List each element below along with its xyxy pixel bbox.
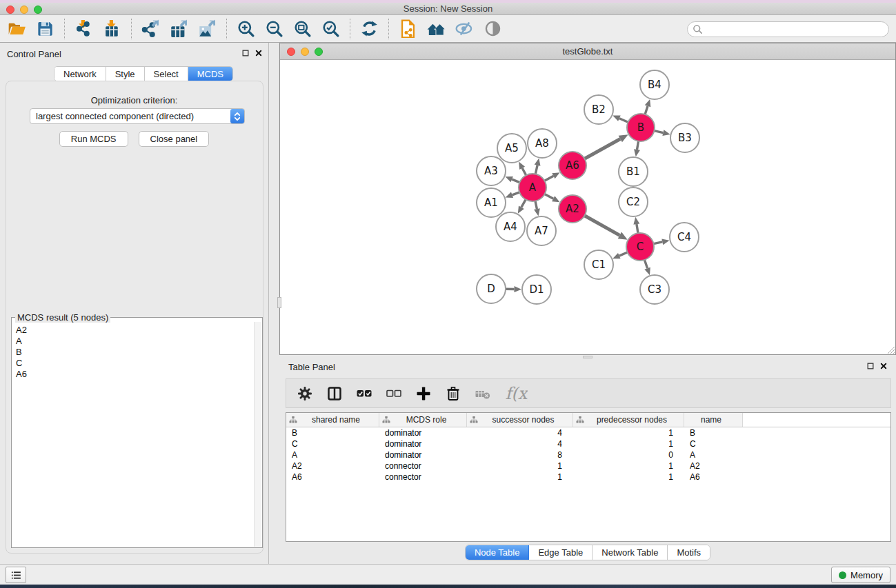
graph-node-A2[interactable]: A2 xyxy=(559,195,586,223)
table-cell[interactable]: 0 xyxy=(573,449,684,460)
table-cell[interactable]: 1 xyxy=(573,460,684,472)
import-table-icon[interactable] xyxy=(98,17,126,41)
table-cell[interactable]: A6 xyxy=(286,472,379,483)
task-history-button[interactable] xyxy=(6,567,26,583)
save-icon[interactable] xyxy=(31,17,59,41)
column-header-MCDS-role[interactable]: MCDS role xyxy=(379,413,467,427)
graph-node-B[interactable]: B xyxy=(627,114,655,141)
close-window-button[interactable] xyxy=(6,6,14,14)
table-cell[interactable]: A2 xyxy=(286,460,379,472)
graph-node-A7[interactable]: A7 xyxy=(527,216,556,245)
graph-node-C4[interactable]: C4 xyxy=(670,223,699,252)
graph-node-C3[interactable]: C3 xyxy=(640,275,669,304)
graph-node-A6[interactable]: A6 xyxy=(559,152,586,179)
table-cell[interactable]: A6 xyxy=(684,472,743,483)
table-cell[interactable]: 1 xyxy=(573,427,684,438)
table-cell[interactable]: 4 xyxy=(467,427,573,438)
tab-network-table[interactable]: Network Table xyxy=(593,545,668,560)
graph-node-B3[interactable]: B3 xyxy=(670,123,699,152)
table-cell[interactable]: connector xyxy=(379,460,467,472)
run-mcds-button[interactable]: Run MCDS xyxy=(59,131,128,147)
gear-icon[interactable] xyxy=(296,385,314,403)
table-cell[interactable]: A2 xyxy=(684,460,743,472)
column-header-name[interactable]: name xyxy=(684,413,743,427)
graph-node-A1[interactable]: A1 xyxy=(477,188,506,217)
float-panel-icon[interactable] xyxy=(866,362,875,370)
export-image-icon[interactable] xyxy=(193,17,221,41)
select-all-icon[interactable] xyxy=(355,385,373,403)
minimize-window-button[interactable] xyxy=(20,6,28,14)
result-item[interactable]: A2 xyxy=(16,325,27,336)
table-cell[interactable]: 4 xyxy=(467,438,573,449)
result-item[interactable]: B xyxy=(16,347,27,358)
minimize-view-button[interactable] xyxy=(301,48,309,56)
result-item[interactable]: A6 xyxy=(16,369,27,380)
table-cell[interactable]: dominator xyxy=(379,427,467,438)
tab-node-table[interactable]: Node Table xyxy=(466,545,530,560)
zoom-view-button[interactable] xyxy=(315,48,323,56)
zoom-in-icon[interactable] xyxy=(232,17,260,41)
table-cell[interactable]: A xyxy=(286,449,379,460)
tab-motifs[interactable]: Motifs xyxy=(668,545,710,560)
export-network-icon[interactable] xyxy=(137,17,165,41)
table-row[interactable]: Bdominator41B xyxy=(286,427,890,438)
tab-edge-table[interactable]: Edge Table xyxy=(529,545,593,560)
open-folder-icon[interactable] xyxy=(3,17,31,41)
column-header-successor-nodes[interactable]: successor nodes xyxy=(467,413,573,427)
close-panel-icon[interactable] xyxy=(879,362,888,370)
table-row[interactable]: A2connector11A2 xyxy=(286,460,890,472)
home-icon[interactable] xyxy=(422,17,450,41)
graph-node-D1[interactable]: D1 xyxy=(522,275,551,304)
network-graph[interactable]: B4 B2 B B3 A5 A8 A6 A3 B1 A A1 C2 A2 A4 … xyxy=(280,60,895,354)
graph-node-C[interactable]: C xyxy=(626,233,654,261)
add-icon[interactable] xyxy=(415,385,432,403)
table-cell[interactable]: 1 xyxy=(467,472,573,483)
network-file-icon[interactable] xyxy=(394,17,422,41)
deselect-all-icon[interactable] xyxy=(385,385,403,403)
graph-node-A5[interactable]: A5 xyxy=(497,134,526,163)
table-cell[interactable]: C xyxy=(684,438,743,449)
resize-grip-icon[interactable] xyxy=(886,345,895,354)
columns-icon[interactable] xyxy=(326,385,344,403)
network-window-titlebar[interactable]: testGlobe.txt xyxy=(280,43,895,60)
graph-node-D[interactable]: D xyxy=(477,274,506,303)
graph-node-C2[interactable]: C2 xyxy=(619,187,648,216)
table-cell[interactable]: C xyxy=(286,438,379,449)
graph-node-C1[interactable]: C1 xyxy=(584,250,613,279)
table-cell[interactable]: A xyxy=(684,449,743,460)
tab-network[interactable]: Network xyxy=(54,67,106,81)
table-cell[interactable]: dominator xyxy=(379,449,467,460)
tab-style[interactable]: Style xyxy=(106,67,145,81)
search-input[interactable] xyxy=(687,21,889,37)
graph-node-A4[interactable]: A4 xyxy=(496,212,525,241)
graph-node-A8[interactable]: A8 xyxy=(528,129,557,158)
table-row[interactable]: Adominator80A xyxy=(286,449,890,460)
tab-select[interactable]: Select xyxy=(145,67,188,81)
table-cell[interactable]: 8 xyxy=(467,449,573,460)
close-view-button[interactable] xyxy=(287,48,295,56)
zoom-selected-icon[interactable] xyxy=(317,17,345,41)
graph-node-B2[interactable]: B2 xyxy=(584,95,613,124)
result-scrollbar[interactable] xyxy=(254,322,261,547)
result-item[interactable]: A xyxy=(16,336,27,347)
import-network-icon[interactable] xyxy=(70,17,98,41)
graph-node-A3[interactable]: A3 xyxy=(477,156,506,185)
table-row[interactable]: A6connector11A6 xyxy=(286,472,890,483)
table-cell[interactable]: 1 xyxy=(573,472,684,483)
network-canvas[interactable]: B4 B2 B B3 A5 A8 A6 A3 B1 A A1 C2 A2 A4 … xyxy=(280,60,895,354)
export-table-icon[interactable] xyxy=(165,17,193,41)
float-panel-icon[interactable] xyxy=(241,49,250,57)
table-cell[interactable]: 1 xyxy=(573,438,684,449)
tab-mcds[interactable]: MCDS xyxy=(188,67,232,81)
graph-node-A[interactable]: A xyxy=(519,174,546,201)
delete-icon[interactable] xyxy=(444,385,462,403)
graph-node-B1[interactable]: B1 xyxy=(619,157,648,186)
close-panel-icon[interactable] xyxy=(255,49,263,57)
table-row[interactable]: Cdominator41C xyxy=(286,438,890,449)
graph-node-B4[interactable]: B4 xyxy=(640,70,669,99)
close-panel-button[interactable]: Close panel xyxy=(139,131,210,147)
hide-detail-icon[interactable] xyxy=(450,17,479,41)
table-cell[interactable]: connector xyxy=(379,472,467,483)
column-header-shared-name[interactable]: shared name xyxy=(286,413,379,427)
show-detail-icon[interactable] xyxy=(479,17,507,41)
